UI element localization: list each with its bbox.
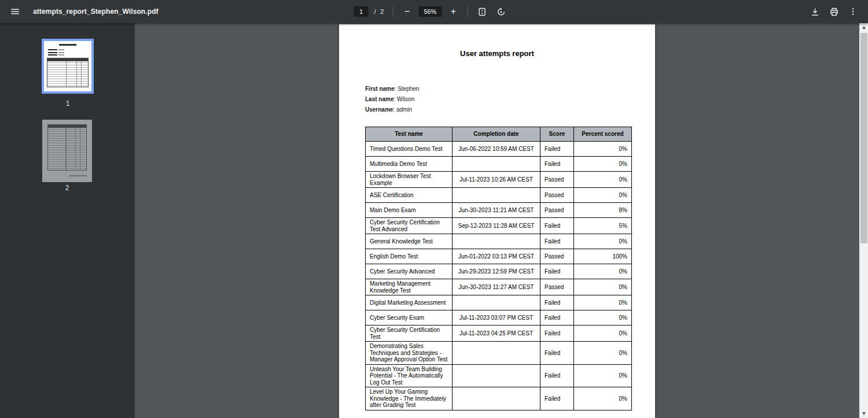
page-number-input[interactable] <box>354 6 369 17</box>
completion-date-cell <box>453 387 540 410</box>
menu-icon[interactable] <box>8 5 22 19</box>
scroll-up-arrow-icon[interactable] <box>859 23 868 32</box>
score-cell: Failed <box>540 325 574 342</box>
test-name-cell: English Demo Test <box>366 249 453 264</box>
percent-scored-cell: 0% <box>574 387 632 410</box>
report-table-body: Timed Questions Demo TestJun-06-2022 10:… <box>366 142 632 410</box>
percent-scored-cell: 0% <box>574 264 632 279</box>
test-name-cell: Cyber Security Advanced <box>366 264 453 279</box>
score-cell: Failed <box>540 310 574 325</box>
pdf-viewer-window: attempts_report_Stephen_Wilson.pdf / 2 −… <box>0 0 868 418</box>
mini-user-info <box>48 49 91 56</box>
page-thumbnail-2[interactable] <box>42 120 92 182</box>
user-info-line: Username: admin <box>365 105 419 115</box>
table-row: Cyber Security Certification Test Advanc… <box>366 218 632 234</box>
percent-scored-cell: 0% <box>574 364 632 387</box>
zoom-level[interactable]: 56% <box>418 6 442 17</box>
completion-date-cell: Jun-01-2022 03:13 PM CEST <box>453 249 540 264</box>
thumbnail-sidebar: 1 2 <box>0 23 135 418</box>
test-name-cell: ASE Certification <box>366 188 453 203</box>
test-name-cell: Cyber Security Certification Test <box>366 325 453 342</box>
vertical-scrollbar <box>859 23 868 418</box>
download-icon[interactable] <box>808 5 822 19</box>
completion-date-cell <box>453 234 540 249</box>
completion-date-cell: Jun-30-2023 11:21 AM CEST <box>453 203 540 218</box>
thumbnail-page-number-2: 2 <box>42 184 92 192</box>
score-cell: Failed <box>540 364 574 387</box>
toolbar-divider <box>392 6 393 17</box>
rotate-icon[interactable] <box>494 5 508 19</box>
scrollbar-thumb[interactable] <box>860 33 867 243</box>
toolbar-right <box>808 5 868 19</box>
zoom-in-button[interactable]: + <box>447 5 459 18</box>
thumbnail-page-number-1: 1 <box>42 99 94 108</box>
pdf-page: User attempts report First name: Stephen… <box>339 24 655 418</box>
test-name-cell: General Knowledge Test <box>366 234 453 249</box>
test-name-cell: Cyber Security Certification Test Advanc… <box>366 218 453 234</box>
percent-scored-cell: 0% <box>574 325 632 342</box>
table-row: Digital Marketing AssessmentFailed0% <box>366 295 632 310</box>
score-cell: Passed <box>540 188 574 203</box>
fit-page-icon[interactable] <box>475 5 489 19</box>
score-cell: Failed <box>540 295 574 310</box>
test-name-cell: Unleash Your Team Building Potential - T… <box>366 364 453 387</box>
column-header-percent-scored: Percent scored <box>574 127 632 142</box>
pdf-toolbar: attempts_report_Stephen_Wilson.pdf / 2 −… <box>0 0 868 23</box>
table-row: Cyber Security Certification TestJul-11-… <box>366 325 632 342</box>
completion-date-cell <box>453 157 540 172</box>
mini-title-bar <box>59 44 76 46</box>
percent-scored-cell: 0% <box>574 310 632 325</box>
table-row: Unleash Your Team Building Potential - T… <box>366 364 632 387</box>
completion-date-cell: Jul-11-2023 04:25 PM CEST <box>453 325 540 342</box>
zoom-out-button[interactable]: − <box>400 5 413 18</box>
table-row: General Knowledge TestFailed0% <box>366 234 632 249</box>
table-row: Lockdown Browser Test ExampleJul-11-2023… <box>366 172 632 188</box>
completion-date-cell: Jul-11-2023 10:26 AM CEST <box>453 172 540 188</box>
viewer-content: 1 2 User attempts report First name: Ste… <box>0 23 868 418</box>
test-name-cell: Digital Marketing Assessment <box>366 295 453 310</box>
score-cell: Failed <box>540 342 574 365</box>
percent-scored-cell: 0% <box>574 234 632 249</box>
score-cell: Failed <box>540 142 574 157</box>
page-thumbnail-1[interactable] <box>42 39 94 94</box>
user-info-line: First name: Stephen <box>365 84 419 94</box>
score-cell: Passed <box>540 249 574 264</box>
mini-footer-text <box>69 175 87 176</box>
table-row: Marketing Management Knowledge TestJun-3… <box>366 279 632 295</box>
column-header-completion-date: Completion date <box>453 127 540 142</box>
document-viewport: User attempts report First name: Stephen… <box>135 23 868 418</box>
report-title: User attempts report <box>339 49 655 58</box>
table-row: Multimedia Demo TestFailed0% <box>366 157 632 172</box>
more-options-icon[interactable] <box>846 5 860 19</box>
test-name-cell: Timed Questions Demo Test <box>366 142 453 157</box>
document-title: attempts_report_Stephen_Wilson.pdf <box>33 8 159 16</box>
completion-date-cell: Jun-30-2023 11:27 AM CEST <box>453 279 540 295</box>
attempts-table: Test name Completion date Score Percent … <box>365 127 632 410</box>
table-row: Cyber Security ExamJul-11-2023 03:07 PM … <box>366 310 632 325</box>
mini-table <box>47 124 87 171</box>
score-cell: Failed <box>540 387 574 410</box>
completion-date-cell <box>453 295 540 310</box>
toolbar-divider <box>467 6 468 17</box>
percent-scored-cell: 5% <box>574 218 632 234</box>
table-row: Level Up Your Gaming Knowledge - The Imm… <box>366 387 632 410</box>
test-name-cell: Main Demo Exam <box>366 203 453 218</box>
page-count-label: / 2 <box>374 8 385 15</box>
test-name-cell: Marketing Management Knowledge Test <box>366 279 453 295</box>
test-name-cell: Lockdown Browser Test Example <box>366 172 453 188</box>
percent-scored-cell: 0% <box>574 188 632 203</box>
mini-table <box>47 58 89 87</box>
print-icon[interactable] <box>827 5 841 19</box>
score-cell: Passed <box>540 172 574 188</box>
completion-date-cell <box>453 188 540 203</box>
column-header-test-name: Test name <box>366 127 453 142</box>
test-name-cell: Multimedia Demo Test <box>366 157 453 172</box>
percent-scored-cell: 0% <box>574 279 632 295</box>
score-cell: Failed <box>540 234 574 249</box>
scroll-down-arrow-icon[interactable] <box>859 409 868 418</box>
table-row: Main Demo ExamJun-30-2023 11:21 AM CESTP… <box>366 203 632 218</box>
score-cell: Failed <box>540 264 574 279</box>
column-header-score: Score <box>540 127 574 142</box>
percent-scored-cell: 8% <box>574 203 632 218</box>
test-name-cell: Cyber Security Exam <box>366 310 453 325</box>
